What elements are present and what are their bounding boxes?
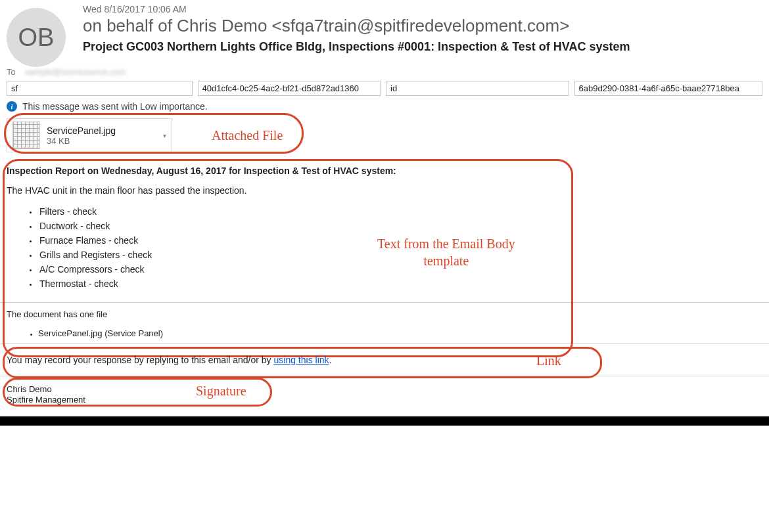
importance-banner: i This message was sent with Low importa… — [0, 100, 769, 116]
bottom-bar — [0, 416, 769, 426]
attachment-size: 34 KB — [47, 136, 116, 146]
separator — [0, 376, 769, 376]
info-icon: i — [7, 101, 17, 112]
meta-label-1[interactable] — [7, 81, 193, 96]
attachment-info: ServicePanel.jpg 34 KB — [47, 125, 116, 146]
email-subject: Project GC003 Northern Lights Office Bld… — [83, 40, 762, 54]
separator — [0, 344, 769, 344]
chevron-down-icon[interactable]: ▾ — [163, 132, 166, 139]
importance-text: This message was sent with Low importanc… — [22, 101, 208, 112]
metadata-fields — [0, 81, 769, 96]
doc-files-list: ServicePanel.jpg (Service Panel) — [0, 328, 769, 338]
separator — [0, 302, 769, 303]
report-title: Inspection Report on Wednesday, August 1… — [7, 166, 762, 176]
signature-name: Chris Demo — [7, 384, 762, 395]
meta-value-1[interactable] — [198, 81, 381, 96]
report-intro: The HVAC unit in the main floor has pass… — [7, 185, 762, 196]
meta-label-2[interactable] — [386, 81, 569, 96]
email-header: OB Wed 8/16/2017 10:06 AM on behalf of C… — [0, 0, 769, 67]
annotation-label-body: Text from the Email Bodytemplate — [377, 235, 515, 269]
to-row: To sample@somesource.com — [0, 67, 769, 81]
check-item: Filters - check — [38, 206, 762, 217]
signature-block: Signature Chris Demo Spitfire Management — [0, 379, 769, 416]
to-label: To — [7, 67, 16, 77]
check-item: Thermostat - check — [38, 278, 762, 289]
header-text: Wed 8/16/2017 10:06 AM on behalf of Chri… — [83, 4, 762, 58]
signature-company: Spitfire Management — [7, 395, 762, 405]
respond-text-prefix: You may record your response by replying… — [7, 355, 273, 365]
attachment-thumbnail — [12, 122, 40, 149]
annotation-label-signature: Signature — [196, 383, 246, 399]
to-value: sample@somesource.com — [25, 67, 126, 77]
doc-files-intro: The document has one file — [0, 305, 769, 323]
attachment-filename: ServicePanel.jpg — [47, 125, 116, 136]
email-date: Wed 8/16/2017 10:06 AM — [83, 4, 762, 14]
email-body: Text from the Email Bodytemplate Inspect… — [0, 159, 769, 299]
meta-value-2[interactable] — [574, 81, 762, 96]
email-from: on behalf of Chris Demo <sfqa7train@spit… — [83, 16, 762, 36]
annotation-label-attached: Attached File — [212, 128, 283, 143]
respond-row: Link You may record your response by rep… — [0, 347, 769, 373]
sender-avatar: OB — [7, 8, 66, 67]
annotation-label-link: Link — [536, 353, 561, 368]
respond-text-suffix: . — [329, 355, 332, 365]
doc-file-item: ServicePanel.jpg (Service Panel) — [38, 328, 769, 338]
attachment-tile[interactable]: ServicePanel.jpg 34 KB ▾ — [7, 118, 172, 152]
respond-link[interactable]: using this link — [273, 355, 329, 365]
check-item: Ductwork - check — [38, 221, 762, 231]
